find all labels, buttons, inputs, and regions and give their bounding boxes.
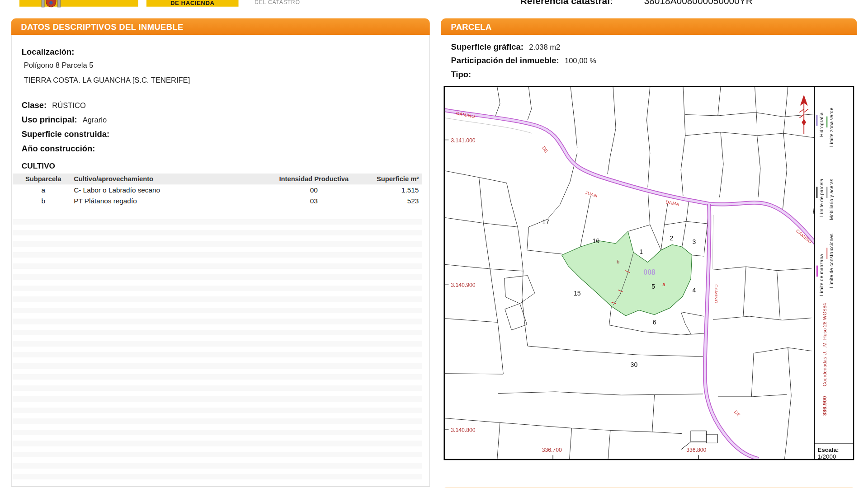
cadastral-map-svg: 3.141.000 3.140.900 3.140.800 336.700 33… bbox=[445, 87, 853, 459]
legend-hidrografia: Hidrografía bbox=[819, 103, 824, 137]
north-arrow-icon bbox=[799, 95, 808, 134]
superficie-grafica-label: Superficie gráfica: bbox=[451, 42, 524, 52]
cell-intensidad: 03 bbox=[261, 197, 367, 205]
legend-coord-value: 336.900 bbox=[822, 389, 827, 416]
legend-construcciones: Límite de construcciones bbox=[829, 218, 834, 288]
cell-subparcela: b bbox=[13, 197, 74, 205]
legend-swatch-manzana bbox=[816, 266, 818, 277]
street-de-1: DE bbox=[541, 145, 549, 154]
legend-mobiliario: Mobiliario y aceras bbox=[829, 164, 834, 220]
street-camino-3: CAMINO bbox=[714, 284, 719, 304]
datos-descriptivos-header: DATOS DESCRIPTIVOS DEL INMUEBLE bbox=[11, 18, 430, 35]
legend-swatch-construcciones bbox=[826, 248, 827, 259]
gov-banner-ministry: DE HACIENDA bbox=[146, 0, 239, 7]
cultivo-title: CULTIVO bbox=[22, 161, 55, 170]
parcel-6: 6 bbox=[653, 319, 656, 326]
legend-coord-note: Coordenadas U.T.M. Huso 28 WGS84 bbox=[822, 292, 827, 387]
legend-swatch-parcela bbox=[816, 187, 817, 198]
datos-descriptivos-panel: Localización: Polígono 8 Parcela 5 TIERR… bbox=[11, 35, 430, 487]
subparcela-a-label: a bbox=[662, 282, 665, 287]
clase-value: RÚSTICO bbox=[52, 102, 86, 110]
uso-field: Uso principal:Agrario bbox=[22, 115, 107, 125]
participacion-field: Participación del inmueble:100,00 % bbox=[451, 56, 596, 66]
parcel-3: 3 bbox=[693, 238, 696, 245]
participacion-value: 100,00 % bbox=[565, 56, 596, 65]
cultivo-table: Subparcela Cultivo/aprovechamiento Inten… bbox=[13, 174, 422, 207]
superficie-grafica-value: 2.038 m2 bbox=[529, 43, 560, 52]
street-de-2: DE bbox=[733, 409, 741, 418]
localizacion-label: Localización: bbox=[22, 47, 75, 56]
cadastral-map: 3.141.000 3.140.900 3.140.800 336.700 33… bbox=[443, 86, 854, 460]
superficie-construida-field: Superficie construida: bbox=[22, 129, 109, 139]
legend-swatch-hidrografia bbox=[816, 115, 817, 126]
subject-parcel-5 bbox=[562, 231, 692, 316]
tipo-label: Tipo: bbox=[451, 69, 471, 79]
anio-construccion-label: Año construcción: bbox=[22, 144, 95, 153]
document-viewport: DE HACIENDA DEL CATASTRO Referencia cata… bbox=[0, 0, 868, 488]
superficie-construida-label: Superficie construida: bbox=[22, 129, 109, 139]
clase-field: Clase:RÚSTICO bbox=[22, 100, 86, 110]
ministry-label: DE HACIENDA bbox=[170, 0, 215, 7]
referencia-catastral: Referencia catastral:38018A008000050000Y… bbox=[520, 0, 753, 7]
parcel-4: 4 bbox=[693, 286, 696, 294]
manzana-number: 008 bbox=[643, 268, 656, 276]
legend-swatch-zona-verde bbox=[826, 117, 827, 128]
parcel-1: 1 bbox=[639, 248, 643, 255]
cell-cultivo: PT Plátanos regadío bbox=[74, 197, 261, 205]
parcela-header: PARCELA bbox=[441, 18, 857, 35]
datos-descriptivos-title: DATOS DESCRIPTIVOS DEL INMUEBLE bbox=[11, 22, 184, 31]
cell-superficie: 523 bbox=[367, 197, 422, 205]
tipo-field: Tipo: bbox=[451, 69, 471, 79]
parcel-16: 16 bbox=[592, 237, 599, 244]
parcel-2: 2 bbox=[670, 235, 673, 242]
uso-label: Uso principal: bbox=[22, 115, 77, 124]
parcel-5: 5 bbox=[651, 283, 655, 290]
coord-x-2: 336.800 bbox=[686, 447, 706, 453]
anio-construccion-field: Año construcción: bbox=[22, 144, 95, 154]
cultivo-row-b: b PT Plátanos regadío 03 523 bbox=[13, 196, 422, 207]
legend-swatch-mobiliario bbox=[826, 187, 827, 198]
subparcela-b-label: b bbox=[617, 259, 619, 264]
escala-label: Escala: bbox=[817, 446, 853, 453]
superficie-grafica-field: Superficie gráfica:2.038 m2 bbox=[451, 42, 560, 52]
col-subparcela: Subparcela bbox=[13, 175, 74, 183]
legend-limite-manzana: Límite de manzana bbox=[819, 246, 824, 296]
localizacion-line1: Polígono 8 Parcela 5 bbox=[24, 61, 94, 69]
legend-limite-parcela: Límite de parcela bbox=[819, 168, 824, 217]
cell-cultivo: C- Labor o Labradío secano bbox=[74, 186, 261, 194]
cultivo-row-a: a C- Labor o Labradío secano 00 1.515 bbox=[13, 185, 422, 196]
street-juan: JUAN bbox=[585, 190, 598, 199]
referencia-value: 38018A008000050000YR bbox=[644, 0, 753, 6]
clase-label: Clase: bbox=[22, 100, 47, 110]
parcel-15: 15 bbox=[574, 290, 581, 297]
spain-coat-of-arms-icon bbox=[39, 0, 63, 8]
parcel-17: 17 bbox=[542, 218, 549, 225]
cell-intensidad: 00 bbox=[261, 186, 367, 194]
parcel-30: 30 bbox=[631, 361, 638, 368]
participacion-label: Participación del inmueble: bbox=[451, 56, 559, 65]
cell-subparcela: a bbox=[13, 186, 74, 194]
coord-x-1: 336.700 bbox=[542, 447, 562, 453]
coord-y-2: 3.140.900 bbox=[451, 282, 475, 288]
sede-catastro-label: DEL CATASTRO bbox=[255, 0, 300, 5]
map-legend: Hidrografía Límite zona verde Límite de … bbox=[814, 87, 853, 459]
localizacion-line2: TIERRA COSTA. LA GUANCHA [S.C. TENERIFE] bbox=[24, 76, 190, 84]
empty-table-area bbox=[13, 213, 422, 484]
referencia-label: Referencia catastral: bbox=[520, 0, 613, 6]
parcela-title: PARCELA bbox=[441, 22, 491, 31]
uso-value: Agrario bbox=[83, 116, 107, 124]
col-superficie: Superficie m² bbox=[367, 175, 422, 183]
cultivo-table-header: Subparcela Cultivo/aprovechamiento Inten… bbox=[13, 174, 422, 185]
cell-superficie: 1.515 bbox=[367, 186, 422, 194]
escala-box: Escala: 1/2000 bbox=[815, 443, 853, 459]
catastro-document-page: DE HACIENDA DEL CATASTRO Referencia cata… bbox=[0, 0, 868, 488]
col-cultivo: Cultivo/aprovechamiento bbox=[74, 175, 261, 183]
coord-y-1: 3.141.000 bbox=[451, 137, 475, 144]
coord-y-3: 3.140.800 bbox=[451, 427, 475, 433]
col-intensidad: Intensidad Productiva bbox=[261, 175, 367, 183]
escala-value: 1/2000 bbox=[817, 453, 853, 460]
gov-banner-left bbox=[19, 0, 138, 7]
legend-zona-verde: Límite zona verde bbox=[829, 97, 834, 147]
